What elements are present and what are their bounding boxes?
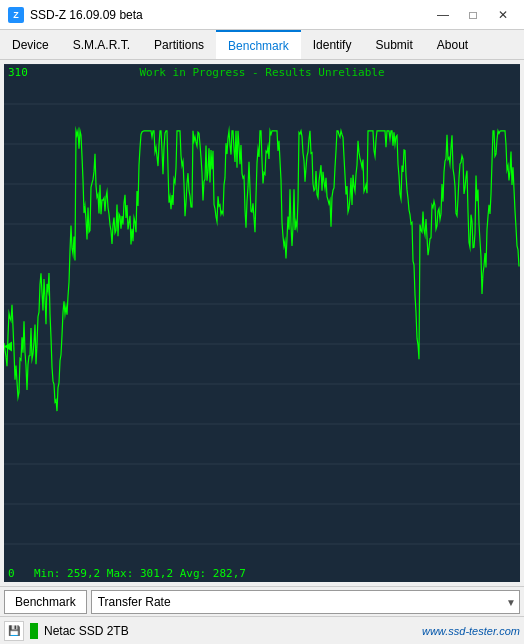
- menu-item-partitions[interactable]: Partitions: [142, 30, 216, 59]
- menu-bar: Device S.M.A.R.T. Partitions Benchmark I…: [0, 30, 524, 60]
- drive-icon: 💾: [4, 621, 24, 641]
- menu-item-device[interactable]: Device: [0, 30, 61, 59]
- benchmark-button[interactable]: Benchmark: [4, 590, 87, 614]
- menu-item-about[interactable]: About: [425, 30, 480, 59]
- drive-label: Netac SSD 2TB: [44, 624, 416, 638]
- minimize-button[interactable]: —: [430, 5, 456, 25]
- status-indicator: [30, 623, 38, 639]
- chart-title: Work in Progress - Results Unreliable: [139, 66, 384, 79]
- maximize-button[interactable]: □: [460, 5, 486, 25]
- chart-canvas: [4, 64, 520, 582]
- transfer-type-select[interactable]: Transfer Rate Random Read Random Write: [91, 590, 520, 614]
- title-bar: Z SSD-Z 16.09.09 beta — □ ✕: [0, 0, 524, 30]
- chart-stats: Min: 259,2 Max: 301,2 Avg: 282,7: [34, 567, 246, 580]
- title-bar-controls: — □ ✕: [430, 5, 516, 25]
- chart-y-top: 310: [8, 66, 28, 79]
- close-button[interactable]: ✕: [490, 5, 516, 25]
- title-bar-text: SSD-Z 16.09.09 beta: [30, 8, 430, 22]
- chart-y-bottom: 0: [8, 567, 15, 580]
- main-area: 310 Work in Progress - Results Unreliabl…: [0, 60, 524, 644]
- menu-item-identify[interactable]: Identify: [301, 30, 364, 59]
- menu-item-smart[interactable]: S.M.A.R.T.: [61, 30, 142, 59]
- dropdown-wrapper: Transfer Rate Random Read Random Write ▼: [91, 590, 520, 614]
- menu-item-submit[interactable]: Submit: [363, 30, 424, 59]
- menu-item-benchmark[interactable]: Benchmark: [216, 30, 301, 59]
- app-icon: Z: [8, 7, 24, 23]
- watermark-text: www.ssd-tester.com: [422, 625, 520, 637]
- bottom-toolbar: Benchmark Transfer Rate Random Read Rand…: [0, 586, 524, 616]
- chart-container: 310 Work in Progress - Results Unreliabl…: [4, 64, 520, 582]
- status-bar: 💾 Netac SSD 2TB www.ssd-tester.com: [0, 616, 524, 644]
